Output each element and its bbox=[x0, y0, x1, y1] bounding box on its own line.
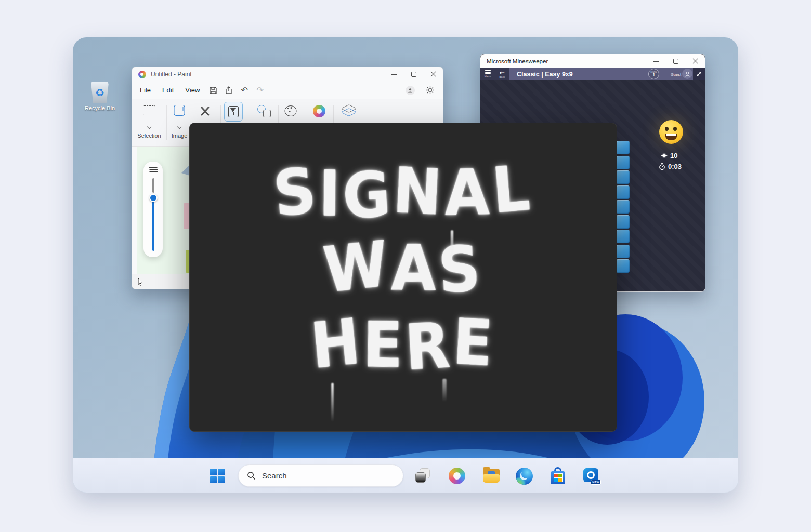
spray-size-slider-panel bbox=[143, 162, 163, 257]
game-menu-button[interactable]: Menu bbox=[480, 68, 495, 80]
share-icon[interactable] bbox=[221, 85, 237, 96]
menu-file[interactable]: File bbox=[134, 84, 156, 96]
mines-remaining-value: 10 bbox=[670, 152, 677, 159]
layers-button[interactable] bbox=[342, 104, 355, 118]
minesweeper-titlebar: Microsoft Minesweeper bbox=[480, 54, 705, 68]
color-palette-button[interactable] bbox=[285, 105, 297, 116]
smiley-face-icon[interactable] bbox=[659, 120, 683, 144]
minimize-button[interactable] bbox=[391, 71, 397, 77]
taskbar: Search NEW bbox=[73, 458, 738, 493]
palette-icon bbox=[285, 105, 297, 116]
graffiti-line-3: HERE bbox=[311, 303, 495, 387]
image-dropdown[interactable] bbox=[178, 121, 181, 130]
person-icon bbox=[685, 71, 690, 77]
toolbar-divider bbox=[166, 105, 167, 140]
selection-tool[interactable] bbox=[143, 105, 155, 115]
stopwatch-icon bbox=[659, 163, 665, 170]
minesweeper-header: Menu ← Back Classic | Easy 9x9 LEVEL 1 G… bbox=[480, 68, 705, 80]
mine-cell[interactable] bbox=[616, 141, 630, 154]
guest-label: Guest bbox=[671, 72, 681, 77]
guest-avatar[interactable] bbox=[682, 69, 692, 79]
outlook-button[interactable]: NEW bbox=[582, 466, 601, 486]
maximize-button[interactable] bbox=[673, 58, 679, 64]
mine-cell[interactable] bbox=[616, 259, 630, 273]
paint-menubar: File Edit View ↶ ↷ bbox=[132, 82, 443, 99]
graffiti-overlay: SIGNAL WAS HERE bbox=[189, 123, 617, 432]
close-button[interactable] bbox=[692, 58, 699, 64]
image-label: Image bbox=[172, 132, 188, 139]
mine-cell[interactable] bbox=[616, 230, 630, 243]
paint-drip bbox=[442, 379, 447, 402]
recycle-bin-icon: ♻ bbox=[91, 82, 109, 103]
mine-icon bbox=[661, 152, 668, 159]
spray-density-icon bbox=[149, 167, 158, 174]
recycle-bin[interactable]: ♻ Recycle Bin bbox=[79, 82, 121, 111]
mine-cell[interactable] bbox=[616, 170, 630, 184]
back-button[interactable]: ← Back bbox=[495, 68, 509, 80]
redo-icon[interactable]: ↷ bbox=[252, 85, 268, 96]
undo-icon[interactable]: ↶ bbox=[237, 85, 252, 96]
search-icon bbox=[247, 471, 256, 480]
timer-value: 0:03 bbox=[668, 163, 682, 170]
cursor-icon bbox=[137, 278, 143, 286]
close-button[interactable] bbox=[430, 71, 437, 77]
menu-view[interactable]: View bbox=[179, 84, 205, 96]
paint-titlebar: Untitled - Paint bbox=[132, 67, 443, 82]
mine-cell[interactable] bbox=[616, 200, 630, 214]
mine-cell[interactable] bbox=[616, 245, 630, 258]
edge-icon bbox=[516, 468, 533, 485]
copilot-button[interactable] bbox=[313, 105, 325, 117]
settings-gear-icon[interactable] bbox=[422, 85, 438, 96]
menu-edit[interactable]: Edit bbox=[156, 84, 179, 96]
selection-dropdown[interactable] bbox=[148, 121, 151, 130]
task-view-button[interactable] bbox=[413, 466, 433, 486]
fullscreen-button[interactable] bbox=[693, 68, 705, 80]
game-mode-title: Classic | Easy 9x9 bbox=[517, 71, 573, 78]
drawing-tools-icon bbox=[199, 105, 211, 117]
game-timer: 0:03 bbox=[659, 163, 682, 170]
recycle-bin-label: Recycle Bin bbox=[79, 105, 121, 111]
minimize-button[interactable] bbox=[653, 58, 659, 64]
hamburger-icon bbox=[485, 70, 491, 75]
account-avatar[interactable] bbox=[406, 86, 415, 95]
file-explorer-button[interactable] bbox=[481, 466, 501, 486]
image-icon bbox=[174, 105, 185, 116]
search-box[interactable]: Search bbox=[238, 464, 403, 487]
mine-cell[interactable] bbox=[616, 156, 630, 169]
task-view-icon bbox=[413, 467, 432, 485]
shapes-icon bbox=[257, 105, 271, 117]
tools-button[interactable] bbox=[199, 105, 211, 117]
slider-track[interactable] bbox=[152, 178, 154, 251]
maximize-button[interactable] bbox=[411, 71, 417, 77]
recycle-arrows-icon: ♻ bbox=[95, 87, 104, 98]
start-button[interactable] bbox=[207, 466, 227, 486]
back-arrow-icon: ← bbox=[500, 70, 505, 75]
chevron-down-icon bbox=[177, 125, 181, 129]
save-icon[interactable] bbox=[205, 85, 221, 96]
chevron-down-icon bbox=[147, 125, 151, 129]
paint-drip bbox=[451, 230, 453, 262]
graffiti-line-2: WAS bbox=[323, 227, 483, 311]
graffiti-line-1: SIGNAL bbox=[273, 150, 533, 235]
outlook-new-badge: NEW bbox=[591, 480, 601, 485]
paint-app-icon bbox=[138, 71, 146, 78]
layers-icon bbox=[342, 104, 355, 118]
desktop: ♻ Recycle Bin Untitled - Paint File Edit… bbox=[73, 37, 738, 493]
spray-tool-selected[interactable] bbox=[224, 102, 243, 122]
selection-icon bbox=[143, 105, 155, 115]
spray-tool-icon bbox=[228, 106, 239, 117]
windows-logo-icon bbox=[210, 469, 225, 483]
file-explorer-icon bbox=[482, 468, 500, 484]
mine-cell[interactable] bbox=[616, 185, 630, 199]
copilot-button[interactable] bbox=[447, 466, 467, 486]
outlook-icon: NEW bbox=[582, 467, 601, 485]
slider-thumb[interactable] bbox=[149, 194, 158, 202]
image-tool[interactable] bbox=[174, 105, 185, 116]
edge-button[interactable] bbox=[514, 466, 534, 486]
copilot-icon bbox=[449, 468, 465, 484]
graffiti-text: SIGNAL WAS HERE bbox=[190, 123, 617, 431]
level-badge[interactable]: LEVEL 1 bbox=[648, 69, 659, 79]
microsoft-store-button[interactable] bbox=[548, 466, 568, 486]
mine-cell[interactable] bbox=[616, 215, 630, 229]
shapes-button[interactable] bbox=[257, 105, 271, 117]
